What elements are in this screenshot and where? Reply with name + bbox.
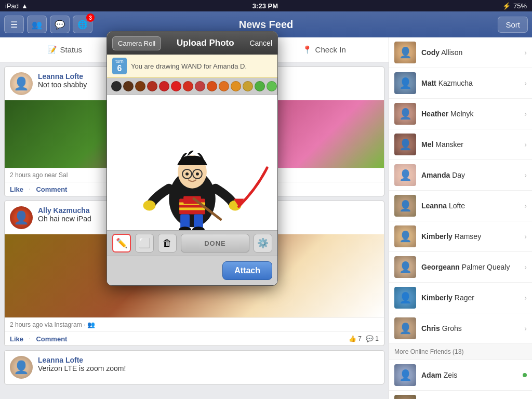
color-green[interactable] xyxy=(255,81,265,91)
modal-title: Upload Photo xyxy=(166,38,244,48)
attach-button[interactable]: Attach xyxy=(222,261,272,280)
eraser-button[interactable]: ⬜ xyxy=(135,234,154,252)
drawing-text: You are drawing WAND for Amanda D. xyxy=(131,62,247,70)
color-black[interactable] xyxy=(111,81,122,91)
color-brown-dark[interactable] xyxy=(123,81,134,91)
color-palette: + xyxy=(107,78,277,95)
turn-label: turn xyxy=(115,59,124,64)
trash-button[interactable]: 🗑 xyxy=(158,234,177,252)
drawing-canvas[interactable] xyxy=(107,95,277,230)
svg-point-1 xyxy=(143,201,156,211)
upload-photo-modal: Camera Roll Upload Photo Cancel turn 6 Y… xyxy=(107,31,278,286)
color-crimson[interactable] xyxy=(183,81,193,91)
modal-header: Camera Roll Upload Photo Cancel xyxy=(107,32,277,55)
camera-roll-button[interactable]: Camera Roll xyxy=(112,36,161,50)
color-light-green[interactable] xyxy=(267,81,277,91)
color-yellow-orange[interactable] xyxy=(243,81,253,91)
color-dark-red[interactable] xyxy=(147,81,157,91)
pencil-button[interactable]: ✏️ xyxy=(112,234,131,252)
color-orange-red[interactable] xyxy=(207,81,217,91)
svg-rect-5 xyxy=(179,207,205,210)
color-red-dark[interactable] xyxy=(159,81,169,91)
color-amber[interactable] xyxy=(231,81,241,91)
cancel-button[interactable]: Cancel xyxy=(249,39,272,47)
drawing-tools: ✏️ ⬜ 🗑 DONE ⚙️ xyxy=(107,230,277,256)
attach-section: Attach xyxy=(107,256,277,285)
svg-point-15 xyxy=(185,172,189,176)
settings-button[interactable]: ⚙️ xyxy=(254,234,272,252)
color-maroon[interactable] xyxy=(195,81,205,91)
drawing-svg xyxy=(107,95,277,230)
done-button[interactable]: DONE xyxy=(181,234,249,252)
turn-badge: turn 6 xyxy=(112,58,127,74)
color-brown[interactable] xyxy=(135,81,145,91)
drawing-info: turn 6 You are drawing WAND for Amanda D… xyxy=(107,55,277,78)
modal-overlay: Camera Roll Upload Photo Cancel turn 6 Y… xyxy=(0,0,532,399)
turn-number: 6 xyxy=(115,64,124,73)
color-red[interactable] xyxy=(171,81,181,91)
svg-point-16 xyxy=(196,172,199,176)
color-orange[interactable] xyxy=(219,81,229,91)
